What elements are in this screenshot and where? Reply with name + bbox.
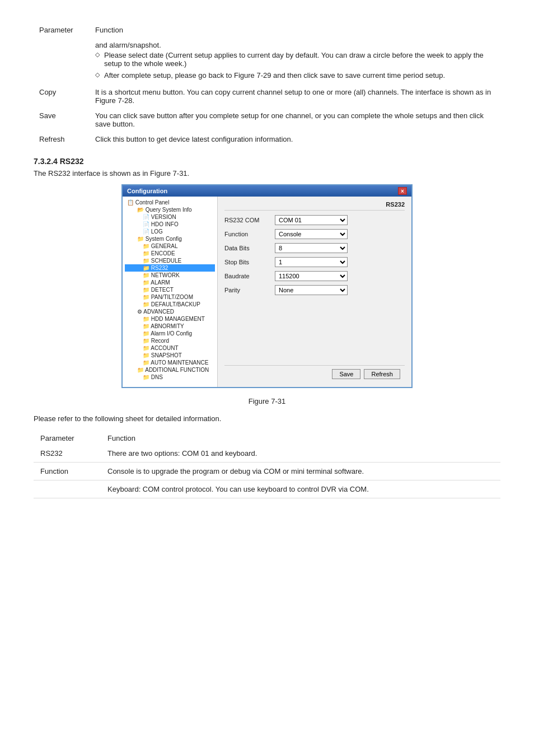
- document-content: Parameter Function and alarm/snapshot. P…: [34, 22, 500, 498]
- tree-detect[interactable]: 📁 DETECT: [125, 286, 215, 293]
- func-copy: It is a shortcut menu button. You can co…: [90, 85, 500, 108]
- info-func-keyboard: Keyboard: COM control protocol. You can …: [101, 480, 500, 498]
- tree-account[interactable]: 📁 ACCOUNT: [125, 344, 215, 352]
- tree-hdd-management[interactable]: 📁 HDD MANAGEMENT: [125, 315, 215, 323]
- section-heading: 7.3.2.4 RS232: [34, 157, 500, 166]
- func-refresh: Click this button to get device latest c…: [90, 132, 500, 147]
- tree-default-backup[interactable]: 📁 DEFAULT/BACKUP: [125, 301, 215, 308]
- info-param-keyboard: [34, 480, 101, 498]
- info-row-function: Function Console is to upgrade the progr…: [34, 463, 500, 480]
- label-stopbits: Stop Bits: [224, 259, 275, 265]
- dialog-title-bar: Configuration ×: [123, 185, 411, 197]
- refresh-button[interactable]: Refresh: [364, 369, 400, 379]
- tree-general[interactable]: 📁 GENERAL: [125, 242, 215, 250]
- tree-encode[interactable]: 📁 ENCODE: [125, 250, 215, 257]
- func-with-bullets: and alarm/snapshot. Please select date (…: [90, 38, 500, 85]
- config-dialog: Configuration × 📋 Control Panel 📂 Query …: [121, 184, 413, 388]
- tree-control-panel[interactable]: 📋 Control Panel: [125, 199, 215, 206]
- label-baudrate: Baudrate: [224, 273, 275, 279]
- tree-system-config[interactable]: 📁 System Config: [125, 235, 215, 242]
- tree-query-system-info[interactable]: 📂 Query System Info: [125, 206, 215, 213]
- select-baudrate[interactable]: 115200 57600 38400 19200 9600: [275, 271, 348, 281]
- info-param-function: Function: [34, 463, 101, 480]
- label-parity: Parity: [224, 287, 275, 293]
- param-empty: [34, 38, 90, 85]
- config-right-panel: RS232 RS232 COM COM 01 Keyboard Function…: [218, 197, 411, 387]
- info-col2-header: Function: [101, 430, 500, 445]
- form-row-stopbits: Stop Bits 1 2: [224, 257, 405, 267]
- param-header: Parameter: [34, 22, 90, 38]
- tree-pan-tilt-zoom[interactable]: 📁 PAN/TILT/ZOOM: [125, 293, 215, 301]
- tree-log[interactable]: 📄 LOG: [125, 228, 215, 235]
- tree-advanced[interactable]: ⚙ ADVANCED: [125, 308, 215, 315]
- label-rs232com: RS232 COM: [224, 217, 275, 223]
- dialog-body: 📋 Control Panel 📂 Query System Info 📄 VE…: [123, 197, 411, 387]
- select-stopbits[interactable]: 1 2: [275, 257, 348, 267]
- config-section-label: RS232: [224, 201, 405, 211]
- top-param-table: Parameter Function and alarm/snapshot. P…: [34, 22, 500, 147]
- label-function: Function: [224, 231, 275, 237]
- info-col1-header: Parameter: [34, 430, 101, 445]
- tree-schedule[interactable]: 📁 SCHEDULE: [125, 257, 215, 264]
- form-row-function: Function Console Keyboard: [224, 229, 405, 239]
- tree-dns[interactable]: 📁 DNS: [125, 374, 215, 381]
- select-function[interactable]: Console Keyboard: [275, 229, 348, 239]
- tree-alarm-io-config[interactable]: 📁 Alarm I/O Config: [125, 330, 215, 337]
- func-text-alarm: and alarm/snapshot.: [95, 41, 161, 49]
- dialog-close-button[interactable]: ×: [398, 187, 407, 195]
- form-row-rs232com: RS232 COM COM 01 Keyboard: [224, 215, 405, 225]
- tree-network[interactable]: 📁 NETWORK: [125, 272, 215, 279]
- tree-record[interactable]: 📁 Record: [125, 337, 215, 344]
- tree-additional-function[interactable]: 📁 ADDITIONAL FUNCTION: [125, 366, 215, 374]
- tree-snapshot[interactable]: 📁 SNAPSHOT: [125, 352, 215, 359]
- save-button[interactable]: Save: [332, 369, 360, 379]
- tree-version[interactable]: 📄 VERSION: [125, 213, 215, 221]
- config-tree: 📋 Control Panel 📂 Query System Info 📄 VE…: [123, 197, 218, 387]
- form-row-parity: Parity None Odd Even: [224, 285, 405, 295]
- bullet-item-2: After complete setup, please go back to …: [95, 69, 495, 81]
- config-form: RS232 COM COM 01 Keyboard Function Conso…: [224, 215, 405, 365]
- info-param-rs232: RS232: [34, 445, 101, 463]
- select-rs232com[interactable]: COM 01 Keyboard: [275, 215, 348, 225]
- tree-abnormity[interactable]: 📁 ABNORMITY: [125, 323, 215, 330]
- bullet-item-1: Please select date (Current setup applie…: [95, 49, 495, 69]
- form-row-baudrate: Baudrate 115200 57600 38400 19200 9600: [224, 271, 405, 281]
- select-databits[interactable]: 8 7 6 5: [275, 243, 348, 253]
- info-row-keyboard: Keyboard: COM control protocol. You can …: [34, 480, 500, 498]
- info-func-rs232: There are two options: COM 01 and keyboa…: [101, 445, 500, 463]
- tree-alarm[interactable]: 📁 ALARM: [125, 279, 215, 286]
- below-text: Please refer to the following sheet for …: [34, 414, 500, 423]
- select-parity[interactable]: None Odd Even: [275, 285, 348, 295]
- func-header: Function: [90, 22, 500, 38]
- tree-auto-maintenance[interactable]: 📁 AUTO MAINTENANCE: [125, 359, 215, 366]
- param-copy: Copy: [34, 85, 90, 108]
- tree-hdo-info[interactable]: 📄 HDO INFO: [125, 221, 215, 228]
- config-footer: Save Refresh: [224, 365, 405, 382]
- figure-caption: Figure 7-31: [34, 397, 500, 405]
- tree-rs232[interactable]: 📁 RS232: [125, 264, 215, 272]
- label-databits: Data Bits: [224, 245, 275, 251]
- dialog-title: Configuration: [127, 188, 167, 194]
- func-save: You can click save button after you comp…: [90, 108, 500, 132]
- param-save: Save: [34, 108, 90, 132]
- info-table: Parameter Function RS232 There are two o…: [34, 430, 500, 498]
- param-refresh: Refresh: [34, 132, 90, 147]
- section-subtext: The RS232 interface is shown as in Figur…: [34, 169, 500, 178]
- info-row-rs232: RS232 There are two options: COM 01 and …: [34, 445, 500, 463]
- info-func-function: Console is to upgrade the program or deb…: [101, 463, 500, 480]
- bullet-list: Please select date (Current setup applie…: [95, 49, 495, 81]
- form-row-databits: Data Bits 8 7 6 5: [224, 243, 405, 253]
